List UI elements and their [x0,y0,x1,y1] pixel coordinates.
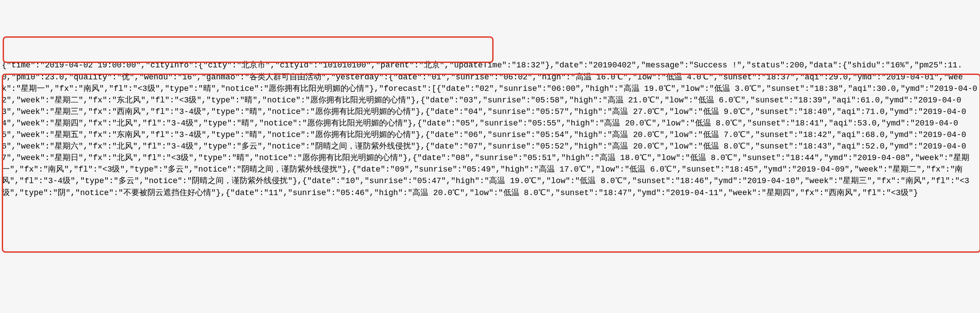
annotation-box-header [3,36,494,63]
json-raw-text: {"time":"2019-04-02 19:00:00","cityInfo"… [2,59,978,198]
json-dump-container: {"time":"2019-04-02 19:00:00","cityInfo"… [2,36,978,233]
